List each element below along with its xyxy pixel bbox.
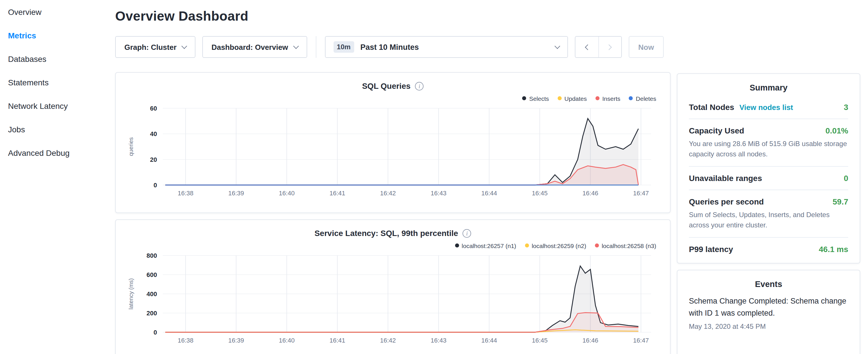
sidebar-nav: Overview Metrics Databases Statements Ne… [0, 0, 115, 354]
svg-text:16:41: 16:41 [330, 337, 345, 344]
chevron-left-icon [585, 44, 590, 50]
sidebar-item[interactable]: Network Latency [8, 94, 107, 118]
sidebar-item-label: Network Latency [8, 101, 68, 110]
chart-title: Service Latency: SQL, 99th percentile [314, 229, 458, 238]
svg-text:16:40: 16:40 [279, 337, 294, 344]
svg-text:16:42: 16:42 [380, 190, 396, 197]
svg-text:16:43: 16:43 [431, 337, 446, 344]
dashboard-label: Dashboard: Overview [212, 43, 288, 51]
sidebar-item-label: Statements [8, 77, 49, 87]
time-back-button[interactable] [575, 37, 598, 57]
info-icon[interactable]: i [463, 229, 471, 237]
sidebar-item[interactable]: Databases [8, 47, 107, 70]
svg-text:800: 800 [147, 252, 157, 259]
svg-text:16:40: 16:40 [279, 190, 294, 197]
qps-description: Sum of Selects, Updates, Inserts, and De… [689, 210, 848, 230]
legend-dot-icon [455, 244, 459, 248]
sidebar-item-label: Databases [8, 54, 46, 63]
summary-p99-latency: P99 latency 46.1 ms [689, 238, 848, 261]
sidebar-item[interactable]: Jobs [8, 118, 107, 141]
chart-title: SQL Queries [362, 81, 410, 91]
svg-text:16:45: 16:45 [532, 190, 548, 197]
service-latency-chart[interactable]: 16:3816:3916:4016:4116:4216:4316:4416:45… [126, 251, 659, 347]
graph-scope-label: Graph: Cluster [124, 43, 177, 51]
chart-title-row: Service Latency: SQL, 99th percentile i [126, 229, 660, 238]
chart-title-row: SQL Queries i [126, 81, 660, 91]
legend-label: localhost:26258 (n3) [602, 242, 656, 249]
event-timestamp: May 13, 2020 at 4:45 PM [689, 322, 848, 330]
chevron-down-icon [554, 43, 560, 49]
svg-text:16:39: 16:39 [228, 337, 244, 344]
summary-title: Summary [689, 83, 848, 92]
svg-text:16:38: 16:38 [178, 190, 193, 197]
qps-value: 59.7 [833, 197, 848, 206]
sidebar-item[interactable]: Advanced Debug [8, 141, 107, 164]
sql-queries-chart-card: SQL Queries i SelectsUpdatesInsertsDelet… [115, 72, 671, 213]
svg-text:latency (ms): latency (ms) [128, 279, 134, 310]
svg-text:16:39: 16:39 [228, 190, 244, 197]
sidebar-item-label: Advanced Debug [8, 148, 70, 157]
sidebar-item[interactable]: Overview [8, 0, 107, 24]
sidebar-item[interactable]: Metrics [8, 24, 107, 47]
sidebar-item-label: Jobs [8, 125, 25, 134]
svg-text:16:43: 16:43 [431, 190, 446, 197]
legend-dot-icon [629, 96, 633, 100]
info-icon[interactable]: i [415, 82, 424, 90]
legend-item: Inserts [595, 95, 620, 102]
capacity-used-value: 0.01% [826, 126, 848, 135]
svg-text:16:45: 16:45 [532, 337, 548, 344]
events-panel: Events Schema Change Completed: Schema c… [677, 270, 860, 354]
legend-label: localhost:26259 (n2) [532, 242, 586, 249]
legend-dot-icon [522, 96, 526, 100]
toolbar: Graph: Cluster Dashboard: Overview 10m P… [115, 36, 671, 58]
svg-text:16:46: 16:46 [583, 190, 598, 197]
sql-queries-chart[interactable]: 16:3816:3916:4016:4116:4216:4316:4416:45… [126, 104, 659, 200]
p99-latency-label: P99 latency [689, 245, 733, 254]
summary-panel: Summary Total Nodes View nodes list 3 Ca… [677, 73, 860, 263]
chevron-down-icon [293, 43, 299, 49]
chevron-right-icon [606, 44, 612, 50]
svg-text:0: 0 [154, 329, 157, 336]
legend-dot-icon [595, 96, 599, 100]
graph-scope-dropdown[interactable]: Graph: Cluster [115, 36, 195, 58]
chart-legend: localhost:26257 (n1)localhost:26259 (n2)… [126, 242, 656, 249]
svg-text:20: 20 [150, 156, 157, 163]
svg-text:40: 40 [150, 130, 157, 137]
svg-text:16:38: 16:38 [178, 337, 193, 344]
sidebar-item[interactable]: Statements [8, 70, 107, 94]
time-forward-button[interactable] [598, 37, 621, 57]
svg-text:400: 400 [147, 290, 157, 297]
events-title: Events [689, 280, 848, 289]
svg-text:16:44: 16:44 [481, 337, 497, 344]
legend-label: Selects [529, 95, 549, 102]
summary-capacity: Capacity Used 0.01% You are using 28.6 M… [689, 119, 848, 167]
now-button[interactable]: Now [628, 36, 664, 58]
sidebar-item-label: Metrics [8, 31, 36, 40]
svg-text:16:41: 16:41 [330, 190, 345, 197]
total-nodes-value: 3 [844, 102, 848, 112]
chart-legend: SelectsUpdatesInsertsDeletes [126, 95, 656, 102]
svg-text:200: 200 [147, 310, 157, 317]
legend-label: Inserts [602, 95, 620, 102]
time-pager [575, 36, 622, 58]
chevron-down-icon [181, 43, 187, 49]
view-nodes-list-link[interactable]: View nodes list [739, 103, 793, 112]
legend-dot-icon [525, 244, 529, 248]
legend-dot-icon [558, 96, 562, 100]
qps-label: Queries per second [689, 197, 764, 206]
legend-item: Updates [558, 95, 587, 102]
right-sidebar: Summary Total Nodes View nodes list 3 Ca… [671, 0, 863, 354]
app-window: Overview Metrics Databases Statements Ne… [0, 0, 868, 354]
time-range-picker[interactable]: 10m Past 10 Minutes [325, 36, 568, 58]
legend-item: Deletes [629, 95, 656, 102]
legend-item: localhost:26258 (n3) [595, 242, 656, 249]
capacity-used-description: You are using 28.6 MiB of 515.9 GiB usab… [689, 139, 848, 159]
svg-text:60: 60 [150, 105, 157, 112]
time-range-badge: 10m [333, 41, 354, 53]
total-nodes-label: Total Nodes [689, 102, 734, 112]
svg-text:16:46: 16:46 [583, 337, 598, 344]
legend-item: localhost:26257 (n1) [455, 242, 516, 249]
legend-label: Deletes [636, 95, 656, 102]
dashboard-dropdown[interactable]: Dashboard: Overview [202, 36, 307, 58]
p99-latency-value: 46.1 ms [819, 245, 848, 254]
